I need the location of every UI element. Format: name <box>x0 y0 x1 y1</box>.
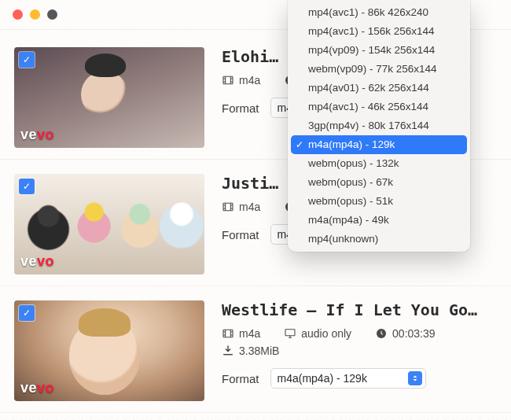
duration-value: 00:03:39 <box>392 327 436 340</box>
video-thumbnail[interactable]: ✓vevo <box>14 174 204 274</box>
monitor-icon <box>284 327 296 340</box>
select-checkbox[interactable]: ✓ <box>19 179 35 194</box>
vevo-badge: vevo <box>20 380 54 396</box>
format-option[interactable]: mp4(avc1) - 86k 426x240 <box>291 3 467 22</box>
film-icon <box>222 74 234 87</box>
download-icon <box>222 344 234 357</box>
format-select[interactable]: m4a(mp4a) - 129k <box>270 368 426 389</box>
chevron-updown-icon <box>408 371 422 385</box>
format-option[interactable]: webm(opus) - 51k <box>291 192 467 211</box>
codec: m4a <box>222 327 260 340</box>
format-option[interactable]: webm(vp09) - 77k 256x144 <box>291 60 467 79</box>
format-option[interactable]: m4a(mp4a) - 129k <box>291 135 467 154</box>
format-option[interactable]: mp4(unknown) <box>291 230 467 249</box>
svg-rect-4 <box>223 330 233 337</box>
format-option[interactable]: mp4(vp09) - 154k 256x144 <box>291 41 467 60</box>
select-checkbox[interactable]: ✓ <box>19 305 35 321</box>
svg-rect-5 <box>285 330 295 336</box>
video-info: m4aaudio only00:03:393.38MiB <box>222 327 500 357</box>
audio-only-label: audio only <box>301 327 351 340</box>
select-checkbox[interactable]: ✓ <box>19 52 35 68</box>
vevo-badge: vevo <box>20 253 54 270</box>
format-label: Format <box>222 228 259 241</box>
codec-value: m4a <box>239 201 260 213</box>
video-title: Westlife — If I Let You Go… <box>222 300 500 319</box>
close-window-button[interactable] <box>13 9 23 20</box>
filesize: 3.38MiB <box>222 344 279 357</box>
format-option[interactable]: mp4(avc1) - 46k 256x144 <box>291 98 467 116</box>
format-row: Formatm4a(mp4a) - 129k <box>222 368 500 389</box>
format-option[interactable]: webm(opus) - 132k <box>291 154 467 173</box>
audio-only: audio only <box>284 327 351 340</box>
filesize-value: 3.38MiB <box>239 344 279 357</box>
format-dropdown-menu[interactable]: mp4(avc1) - 86k 426x240mp4(avc1) - 156k … <box>288 0 470 252</box>
list-item: ✓vevoWestlife — If I Let You Go…m4aaudio… <box>0 286 511 413</box>
codec-value: m4a <box>239 74 260 87</box>
video-meta: Westlife — If I Let You Go…m4aaudio only… <box>222 300 500 401</box>
format-select-value: m4a(mp4a) - 129k <box>278 372 408 385</box>
format-option[interactable]: mp4(avc1) - 156k 256x144 <box>291 22 467 41</box>
duration: 00:03:39 <box>375 327 436 340</box>
codec: m4a <box>222 74 260 87</box>
traffic-lights <box>13 9 57 20</box>
codec-value: m4a <box>239 327 260 340</box>
format-option[interactable]: mp4(av01) - 62k 256x144 <box>291 79 467 98</box>
svg-rect-2 <box>223 203 233 210</box>
format-option[interactable]: webm(opus) - 67k <box>291 173 467 192</box>
codec: m4a <box>222 201 260 213</box>
format-label: Format <box>222 101 259 115</box>
format-option[interactable]: 3gp(mp4v) - 80k 176x144 <box>291 116 467 135</box>
video-thumbnail[interactable]: ✓vevo <box>14 300 204 401</box>
format-option[interactable]: m4a(mp4a) - 49k <box>291 211 467 230</box>
video-thumbnail[interactable]: ✓vevo <box>14 47 204 148</box>
film-icon <box>222 201 234 213</box>
format-label: Format <box>222 372 259 385</box>
minimize-window-button[interactable] <box>30 9 40 20</box>
film-icon <box>222 327 234 340</box>
zoom-window-button[interactable] <box>47 9 57 20</box>
vevo-badge: vevo <box>20 127 54 143</box>
svg-rect-0 <box>223 76 233 83</box>
clock-icon <box>375 327 388 340</box>
